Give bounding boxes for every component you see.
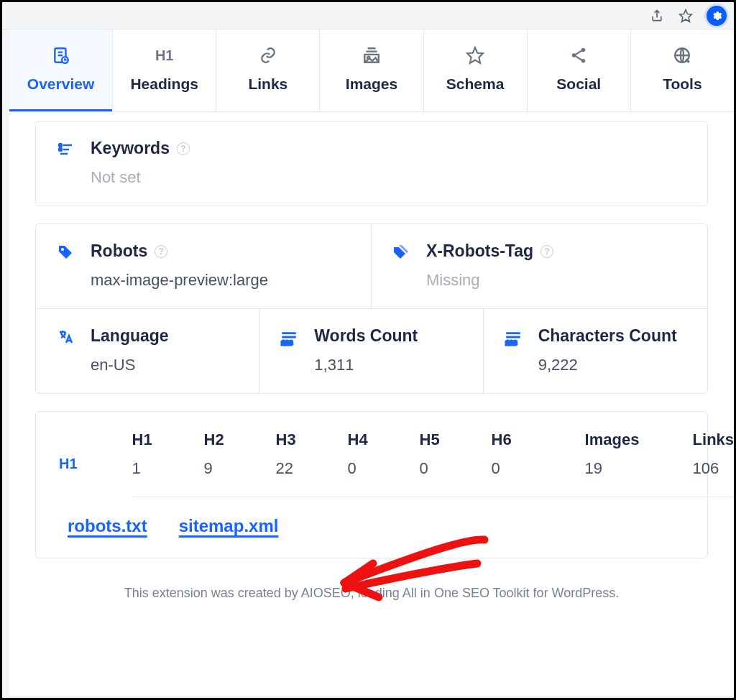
svg-point-9 xyxy=(59,144,62,147)
stat-label: Links xyxy=(693,430,734,449)
tab-tools[interactable]: Tools xyxy=(631,29,734,111)
stat-h1: H1 1 xyxy=(132,430,204,478)
card-title-text: Keywords xyxy=(91,139,170,158)
stat-links: Links 106 xyxy=(693,430,734,478)
stat-label: H1 xyxy=(132,430,204,449)
tab-links[interactable]: Links xyxy=(216,29,320,111)
stat-value: 22 xyxy=(276,459,348,478)
tab-label: Social xyxy=(556,75,601,93)
language-title: Language xyxy=(91,326,169,346)
share-icon[interactable] xyxy=(649,8,665,24)
stat-label: Images xyxy=(585,430,686,449)
stat-value: 9 xyxy=(204,459,276,478)
language-cell: Language en-US xyxy=(36,309,259,393)
tags-icon xyxy=(392,243,410,262)
svg-point-11 xyxy=(61,248,64,251)
stat-value: 1 xyxy=(132,459,204,478)
tools-icon xyxy=(672,45,692,65)
tab-content: Keywords ? Not set xyxy=(9,112,734,696)
stat-label: H5 xyxy=(420,430,492,449)
stat-value: 0 xyxy=(492,459,564,478)
overview-icon xyxy=(51,45,71,65)
svg-text:123: 123 xyxy=(505,339,518,346)
headings-icon: H1 xyxy=(155,45,175,65)
stat-label: H3 xyxy=(276,430,348,449)
language-icon xyxy=(56,328,75,346)
tab-headings[interactable]: H1 Headings xyxy=(113,29,216,111)
language-value: en-US xyxy=(91,356,169,374)
count-icon: 123 xyxy=(504,328,523,346)
stat-label: H6 xyxy=(492,430,564,449)
stat-label: H4 xyxy=(348,430,420,449)
count-icon: 123 xyxy=(280,328,298,346)
robots-txt-link[interactable]: robots.txt xyxy=(68,516,147,536)
words-title: Words Count xyxy=(314,326,418,346)
stat-value: 0 xyxy=(420,459,492,478)
chars-cell: 123 Characters Count 9,222 xyxy=(484,309,707,393)
stat-images: Images 19 xyxy=(585,430,686,478)
robots-cell: Robots ? max-image-preview:large xyxy=(36,224,372,308)
meta-card: Robots ? max-image-preview:large X- xyxy=(35,224,708,394)
tab-bar: Overview H1 Headings Links Images xyxy=(9,29,734,112)
stat-value: 0 xyxy=(348,459,420,478)
keywords-value: Not set xyxy=(91,168,190,187)
xrobots-cell: X-Robots-Tag ? Missing xyxy=(372,224,707,308)
file-links: robots.txt sitemap.xml xyxy=(68,516,684,536)
stat-value: 106 xyxy=(693,459,734,478)
svg-point-10 xyxy=(59,148,62,151)
chars-title: Characters Count xyxy=(538,326,677,346)
stats-header: H1 H1 1 H2 9 H3 22 xyxy=(59,430,684,497)
card-title-text: X-Robots-Tag xyxy=(426,241,533,261)
xrobots-title: X-Robots-Tag ? xyxy=(426,241,553,261)
footer-text: This extension was created by AIOSEO, le… xyxy=(35,558,708,615)
chars-value: 9,222 xyxy=(538,356,677,374)
image-icon xyxy=(362,45,382,65)
stat-label: H2 xyxy=(204,430,276,449)
help-icon[interactable]: ? xyxy=(177,142,190,155)
tag-icon xyxy=(56,243,75,262)
xrobots-value: Missing xyxy=(426,271,553,290)
svg-text:123: 123 xyxy=(281,339,293,346)
link-icon xyxy=(258,45,278,65)
keywords-card: Keywords ? Not set xyxy=(35,121,708,206)
words-cell: 123 Words Count 1,311 xyxy=(259,309,483,393)
svg-marker-4 xyxy=(467,47,483,63)
keywords-title: Keywords ? xyxy=(91,139,190,158)
tab-schema[interactable]: Schema xyxy=(424,29,528,111)
stat-h6: H6 0 xyxy=(492,430,564,478)
stat-h5: H5 0 xyxy=(420,430,492,478)
help-icon[interactable]: ? xyxy=(155,245,167,258)
social-icon xyxy=(569,45,589,65)
tab-label: Images xyxy=(346,75,397,93)
tab-label: Headings xyxy=(130,75,198,93)
browser-toolbar xyxy=(2,2,734,29)
stat-h3: H3 22 xyxy=(276,430,348,478)
stat-h2: H2 9 xyxy=(204,430,276,478)
card-title-text: Robots xyxy=(91,241,147,261)
tab-label: Overview xyxy=(27,75,94,93)
extension-gear-icon[interactable] xyxy=(707,6,727,26)
tab-label: Tools xyxy=(663,75,702,93)
tab-overview[interactable]: Overview xyxy=(9,29,113,111)
svg-marker-0 xyxy=(680,9,692,22)
tab-label: Links xyxy=(248,75,288,93)
words-value: 1,311 xyxy=(314,356,418,374)
robots-value: max-image-preview:large xyxy=(91,271,268,290)
stat-value: 19 xyxy=(585,459,686,478)
window: Overview H1 Headings Links Images xyxy=(0,0,736,700)
star-icon[interactable] xyxy=(678,8,694,24)
stats-card: H1 H1 1 H2 9 H3 22 xyxy=(35,411,708,558)
keywords-icon xyxy=(56,140,75,159)
sitemap-xml-link[interactable]: sitemap.xml xyxy=(179,516,279,536)
robots-title: Robots ? xyxy=(91,241,268,261)
tab-images[interactable]: Images xyxy=(320,29,423,111)
tab-label: Schema xyxy=(446,75,505,93)
extension-panel: Overview H1 Headings Links Images xyxy=(9,29,734,696)
h1-icon: H1 xyxy=(59,456,78,472)
help-icon[interactable]: ? xyxy=(540,245,553,258)
schema-icon xyxy=(465,45,485,65)
tab-social[interactable]: Social xyxy=(528,29,631,111)
stat-h4: H4 0 xyxy=(348,430,420,478)
